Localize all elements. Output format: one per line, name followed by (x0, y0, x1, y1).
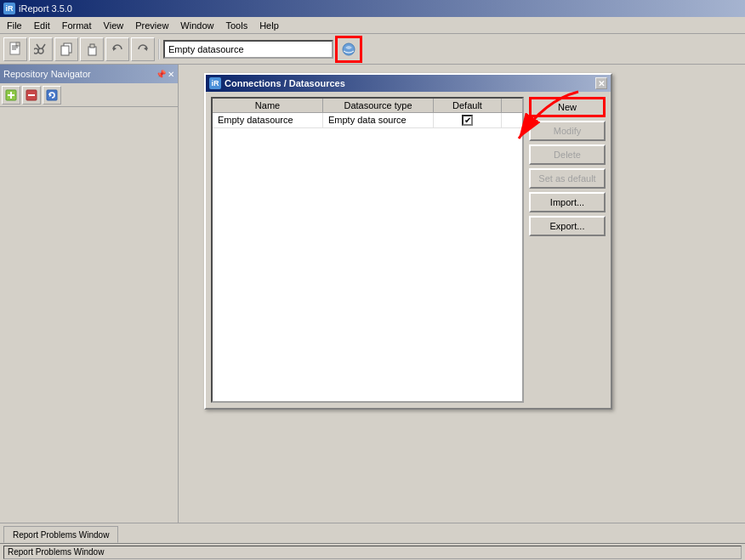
title-bar: iR iReport 3.5.0 (0, 0, 745, 17)
menu-file[interactable]: File (2, 19, 27, 32)
svg-rect-1 (16, 42, 20, 46)
svg-marker-10 (144, 47, 147, 51)
svg-marker-9 (113, 47, 117, 51)
col-header-default: Default (434, 99, 502, 112)
modify-button[interactable]: Modify (529, 121, 606, 141)
dialog-icon: iR (209, 77, 221, 89)
undo-btn[interactable] (105, 37, 129, 61)
status-panel: Report Problems Window (3, 546, 742, 559)
new-report-btn[interactable] (3, 37, 27, 61)
connections-dialog: iR Connections / Datasources ✕ Name Data… (204, 73, 612, 410)
tab-report-problems[interactable]: Report Problems Window (3, 526, 118, 543)
import-button[interactable]: Import... (529, 192, 606, 212)
default-checkbox[interactable]: ✔ (462, 115, 473, 126)
row-default: ✔ (434, 113, 502, 127)
app-title: iReport 3.5.0 (19, 3, 72, 14)
datasource-table: Name Datasource type Default Empty datas… (211, 97, 524, 403)
table-header: Name Datasource type Default (213, 99, 522, 113)
menu-window[interactable]: Window (175, 19, 219, 32)
content-area: iR Connections / Datasources ✕ Name Data… (179, 65, 745, 543)
dialog-title-text: Connections / Datasources (225, 78, 345, 88)
app-icon: iR (3, 3, 15, 14)
repo-header: Repository Navigator 📌 ✕ (0, 65, 178, 83)
menu-edit[interactable]: Edit (29, 19, 55, 32)
export-button[interactable]: Export... (529, 216, 606, 236)
paste-btn[interactable] (80, 37, 104, 61)
repo-toolbar (0, 83, 178, 107)
menu-bar: File Edit Format View Preview Window Too… (0, 17, 745, 34)
row-type: Empty data source (323, 113, 434, 127)
status-bar: Report Problems Window (0, 543, 745, 560)
col-header-name: Name (213, 99, 323, 112)
dialog-body: Name Datasource type Default Empty datas… (206, 92, 611, 408)
repo-refresh-btn[interactable] (43, 86, 61, 105)
col-header-type: Datasource type (323, 99, 434, 112)
menu-view[interactable]: View (99, 19, 129, 32)
cut-btn[interactable] (29, 37, 53, 61)
menu-help[interactable]: Help (254, 19, 284, 32)
table-row[interactable]: Empty datasource Empty data source ✔ (213, 113, 522, 128)
repo-header-buttons: 📌 ✕ (156, 70, 174, 79)
status-text: Report Problems Window (8, 547, 104, 557)
menu-format[interactable]: Format (57, 19, 97, 32)
menu-preview[interactable]: Preview (130, 19, 173, 32)
new-button[interactable]: New (529, 97, 606, 117)
repo-panel: Repository Navigator 📌 ✕ (0, 65, 179, 543)
svg-rect-6 (61, 46, 69, 55)
main-area: Repository Navigator 📌 ✕ (0, 65, 745, 543)
repo-close-btn[interactable]: ✕ (168, 70, 174, 79)
row-name: Empty datasource (213, 113, 323, 127)
set-as-default-button[interactable]: Set as default (529, 168, 606, 189)
repo-add-btn[interactable] (2, 86, 20, 105)
toolbar: Empty datasource (0, 34, 745, 65)
toolbar-sep-1 (158, 39, 160, 59)
repo-delete-btn[interactable] (22, 86, 41, 105)
dialog-title-left: iR Connections / Datasources (209, 77, 345, 89)
copy-btn[interactable] (54, 37, 78, 61)
dialog-close-btn[interactable]: ✕ (595, 77, 607, 89)
svg-rect-8 (90, 44, 94, 48)
repo-title: Repository Navigator (3, 69, 91, 79)
redo-btn[interactable] (131, 37, 155, 61)
delete-button[interactable]: Delete (529, 144, 606, 165)
menu-tools[interactable]: Tools (220, 19, 253, 32)
datasource-combo[interactable]: Empty datasource (163, 40, 333, 59)
bottom-tabs: Report Problems Window (0, 523, 745, 543)
repo-pin-btn[interactable]: 📌 (156, 70, 166, 79)
dialog-title-bar: iR Connections / Datasources ✕ (206, 75, 611, 92)
dialog-buttons-panel: New Modify Delete Set as default Import.… (529, 97, 606, 403)
datasource-connect-btn[interactable] (335, 36, 362, 63)
